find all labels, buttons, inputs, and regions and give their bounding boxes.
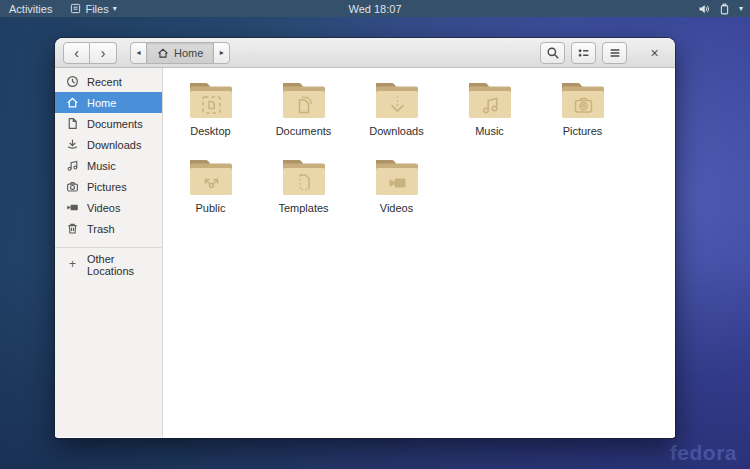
- sidebar-item-documents[interactable]: Documents: [55, 113, 162, 134]
- sidebar-item-label: Documents: [87, 118, 143, 130]
- sidebar-item-label: Trash: [87, 223, 115, 235]
- list-view-icon: [577, 46, 591, 60]
- file-label: Templates: [278, 202, 328, 214]
- search-button[interactable]: [540, 42, 565, 64]
- header-bar: ‹ › ◂ Home ▸: [55, 38, 675, 68]
- sidebar-item-label: Other Locations: [87, 253, 162, 277]
- file-label: Documents: [276, 125, 332, 137]
- sidebar: Recent Home Documents Downloads: [55, 68, 163, 437]
- back-button[interactable]: ‹: [63, 42, 90, 64]
- fedora-logo: fedora: [670, 441, 737, 465]
- system-status-area[interactable]: ▾: [698, 3, 743, 15]
- folder-documents[interactable]: Documents: [257, 80, 350, 137]
- sidebar-item-label: Videos: [87, 202, 120, 214]
- folder-icon: [559, 80, 607, 122]
- document-icon: [66, 117, 79, 130]
- path-bar: ◂ Home ▸: [130, 42, 230, 64]
- folder-icon: [373, 157, 421, 199]
- files-app-icon: [70, 3, 81, 14]
- folder-icon: [280, 157, 328, 199]
- folder-templates[interactable]: Templates: [257, 157, 350, 214]
- sidebar-item-recent[interactable]: Recent: [55, 71, 162, 92]
- download-icon: [66, 138, 79, 151]
- path-prev-button[interactable]: ◂: [130, 42, 147, 64]
- sidebar-item-label: Home: [87, 97, 116, 109]
- sidebar-item-label: Recent: [87, 76, 122, 88]
- files-window: ‹ › ◂ Home ▸: [55, 38, 675, 438]
- search-icon: [546, 46, 560, 60]
- folder-icon: [187, 157, 235, 199]
- activities-button[interactable]: Activities: [7, 3, 54, 15]
- file-label: Videos: [380, 202, 413, 214]
- sidebar-separator: [55, 247, 162, 248]
- file-label: Music: [475, 125, 504, 137]
- hamburger-menu-icon: [608, 46, 622, 60]
- menu-button[interactable]: [602, 42, 627, 64]
- app-menu-label: Files: [85, 3, 108, 15]
- chevron-down-icon: ▾: [113, 5, 117, 13]
- folder-icon: [187, 80, 235, 122]
- sidebar-item-home[interactable]: Home: [55, 92, 162, 113]
- recent-icon: [66, 75, 79, 88]
- sidebar-item-downloads[interactable]: Downloads: [55, 134, 162, 155]
- path-location-label: Home: [174, 47, 203, 59]
- folder-downloads[interactable]: Downloads: [350, 80, 443, 137]
- sidebar-item-trash[interactable]: Trash: [55, 218, 162, 239]
- file-label: Public: [196, 202, 226, 214]
- folder-icon: [466, 80, 514, 122]
- sidebar-item-other-locations[interactable]: + Other Locations: [55, 254, 162, 275]
- sidebar-item-music[interactable]: Music: [55, 155, 162, 176]
- sidebar-item-label: Music: [87, 160, 116, 172]
- file-label: Pictures: [563, 125, 603, 137]
- files-grid: Desktop Documents Downloads: [164, 80, 675, 214]
- sidebar-item-pictures[interactable]: Pictures: [55, 176, 162, 197]
- camera-icon: [66, 180, 79, 193]
- folder-videos[interactable]: Videos: [350, 157, 443, 214]
- folder-desktop[interactable]: Desktop: [164, 80, 257, 137]
- app-menu[interactable]: Files ▾: [70, 3, 116, 15]
- folder-music[interactable]: Music: [443, 80, 536, 137]
- video-icon: [66, 201, 79, 214]
- music-icon: [66, 159, 79, 172]
- path-home-button[interactable]: Home: [147, 42, 213, 64]
- home-icon: [66, 96, 79, 109]
- sidebar-item-videos[interactable]: Videos: [55, 197, 162, 218]
- folder-icon: [373, 80, 421, 122]
- volume-icon: [698, 3, 710, 15]
- close-button[interactable]: ×: [642, 42, 667, 64]
- file-label: Downloads: [369, 125, 423, 137]
- forward-button[interactable]: ›: [90, 42, 117, 64]
- home-icon: [157, 47, 169, 59]
- folder-icon: [280, 80, 328, 122]
- chevron-down-icon: ▾: [739, 5, 743, 13]
- battery-icon: [719, 3, 730, 15]
- trash-icon: [66, 222, 79, 235]
- clock[interactable]: Wed 18:07: [348, 3, 401, 15]
- path-next-button[interactable]: ▸: [213, 42, 230, 64]
- top-bar: Activities Files ▾ Wed 18:07 ▾: [0, 0, 750, 17]
- view-toggle-button[interactable]: [571, 42, 596, 64]
- sidebar-item-label: Pictures: [87, 181, 127, 193]
- sidebar-item-label: Downloads: [87, 139, 141, 151]
- folder-public[interactable]: Public: [164, 157, 257, 214]
- folder-pictures[interactable]: Pictures: [536, 80, 629, 137]
- file-view[interactable]: Desktop Documents Downloads: [163, 68, 675, 437]
- file-label: Desktop: [190, 125, 230, 137]
- plus-icon: +: [66, 258, 79, 271]
